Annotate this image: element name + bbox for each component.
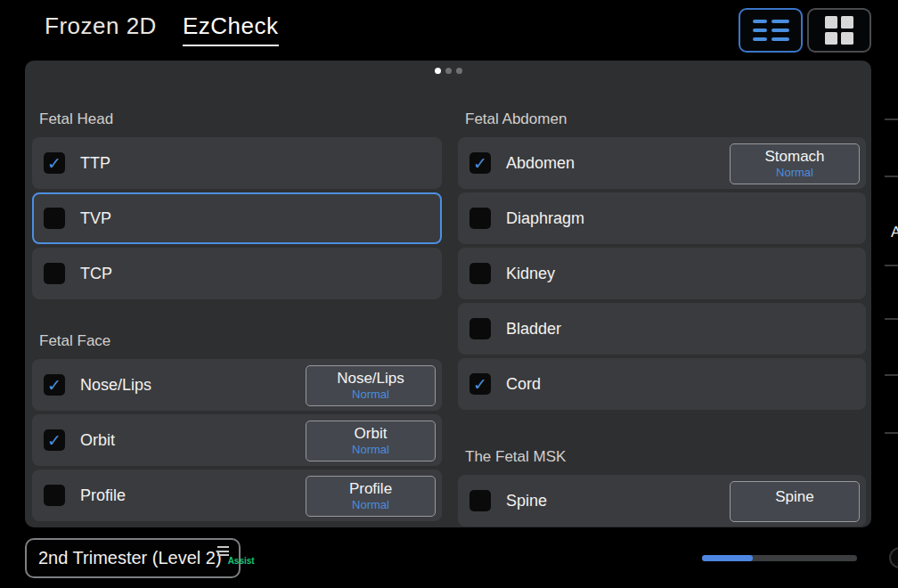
assist-badge: Assist [228, 556, 255, 566]
ezcheck-panel: Fetal Head✓TTPTVPTCPFetal Face✓Nose/Lips… [25, 61, 871, 527]
tab-ezcheck[interactable]: EzCheck [183, 12, 279, 46]
checkbox-ttp[interactable]: ✓ [44, 152, 65, 174]
section-fetal-abdomen: Fetal Abdomen✓AbdomenStomachNormalDiaphr… [458, 110, 866, 410]
status-button-value: Normal [776, 166, 813, 180]
status-button-value: Normal [352, 443, 389, 457]
check-icon: ✓ [47, 155, 61, 172]
section-title: The Fetal MSK [465, 448, 866, 466]
checkbox-nose-lips[interactable]: ✓ [44, 374, 65, 396]
status-button-value: Normal [352, 498, 389, 512]
top-bar: Frozen 2D EzCheck [0, 0, 898, 61]
check-item-tvp[interactable]: TVP [32, 192, 442, 244]
check-item-tcp[interactable]: TCP [32, 248, 442, 299]
checkbox-tcp[interactable] [44, 263, 65, 284]
mode-label: Frozen 2D [45, 12, 157, 40]
checkbox-tvp[interactable] [44, 208, 65, 229]
check-item-abdomen[interactable]: ✓AbdomenStomachNormal [458, 137, 866, 189]
status-button-stomach[interactable]: StomachNormal [730, 143, 860, 184]
hamburger-icon[interactable] [217, 546, 229, 556]
checkbox-cord[interactable]: ✓ [469, 373, 491, 395]
page-indicator [25, 68, 871, 74]
section-title: Fetal Face [39, 332, 442, 350]
section-the-fetal-msk: The Fetal MSKSpineSpine [458, 448, 866, 527]
column-left: Fetal Head✓TTPTVPTCPFetal Face✓Nose/Lips… [32, 110, 442, 525]
item-label: Nose/Lips [80, 376, 151, 395]
section-fetal-head: Fetal Head✓TTPTVPTCP [32, 110, 442, 299]
status-button-label: Nose/Lips [337, 370, 404, 388]
check-item-bladder[interactable]: Bladder [458, 303, 866, 355]
depth-tick [885, 318, 898, 320]
depth-tick [885, 118, 898, 120]
section-title: Fetal Abdomen [465, 110, 866, 128]
grid-icon [825, 16, 853, 45]
status-button-label: Orbit [355, 425, 388, 443]
check-item-kidney[interactable]: Kidney [458, 248, 866, 299]
status-button-nose-lips[interactable]: Nose/LipsNormal [306, 365, 436, 406]
check-icon: ✓ [47, 432, 61, 449]
item-label: TCP [80, 265, 112, 283]
section-title: Fetal Head [39, 110, 442, 128]
check-item-ttp[interactable]: ✓TTP [32, 137, 442, 189]
item-label: Kidney [506, 265, 555, 283]
status-button-label: Profile [349, 480, 392, 498]
column-right: Fetal Abdomen✓AbdomenStomachNormalDiaphr… [458, 110, 866, 530]
checkbox-bladder[interactable] [469, 318, 491, 339]
check-icon: ✓ [473, 155, 487, 172]
check-item-profile[interactable]: ProfileProfileNormal [32, 470, 442, 521]
list-icon [753, 20, 789, 41]
check-icon: ✓ [47, 377, 61, 394]
page-dot-2[interactable] [445, 68, 452, 74]
checkbox-abdomen[interactable]: ✓ [469, 152, 491, 174]
item-label: Spine [506, 492, 547, 510]
status-button-spine[interactable]: Spine [730, 481, 860, 522]
status-button-profile[interactable]: ProfileNormal [306, 476, 436, 517]
checkbox-spine[interactable] [469, 490, 491, 511]
scrollbar-thumb[interactable] [702, 555, 753, 561]
section-fetal-face: Fetal Face✓Nose/LipsNose/LipsNormal✓Orbi… [32, 332, 442, 521]
item-label: TTP [80, 154, 110, 173]
page-scrollbar[interactable] [702, 555, 857, 561]
page-dot-3[interactable] [456, 68, 462, 74]
item-label: TVP [80, 209, 111, 228]
check-item-spine[interactable]: SpineSpine [458, 475, 866, 527]
check-item-nose-lips[interactable]: ✓Nose/LipsNose/LipsNormal [32, 359, 442, 411]
item-label: Bladder [506, 320, 561, 339]
check-item-orbit[interactable]: ✓OrbitOrbitNormal [32, 414, 442, 466]
check-icon: ✓ [473, 376, 487, 393]
list-view-button[interactable] [739, 8, 803, 53]
depth-tick [885, 374, 898, 376]
status-button-value: Normal [352, 388, 389, 402]
checkbox-diaphragm[interactable] [469, 208, 491, 229]
checkbox-profile[interactable] [44, 485, 65, 506]
status-button-orbit[interactable]: OrbitNormal [306, 421, 436, 461]
grid-view-button[interactable] [807, 8, 871, 53]
item-label: Orbit [80, 431, 115, 450]
status-button-label: Stomach [764, 148, 824, 166]
status-button-label: Spine [775, 488, 813, 506]
item-label: Abdomen [506, 154, 575, 173]
page-dot-1[interactable] [435, 68, 441, 74]
depth-tick [885, 432, 898, 434]
checkbox-kidney[interactable] [469, 263, 491, 284]
preset-label: 2nd Trimester (Level 2) [38, 548, 222, 568]
edge-button-fragment [889, 547, 898, 568]
item-label: Profile [80, 486, 126, 505]
preset-button[interactable]: 2nd Trimester (Level 2) Assist [25, 538, 241, 578]
focal-marker-label: A [891, 224, 898, 241]
checkbox-orbit[interactable]: ✓ [44, 429, 65, 451]
item-label: Cord [506, 375, 541, 394]
check-item-diaphragm[interactable]: Diaphragm [458, 192, 866, 244]
depth-tick [885, 265, 898, 266]
ezcheck-screen: Frozen 2D EzCheck Fetal Head✓TTPTVPTCPFe… [0, 0, 898, 588]
item-label: Diaphragm [506, 209, 584, 228]
check-item-cord[interactable]: ✓Cord [458, 358, 866, 410]
depth-tick [885, 176, 898, 177]
